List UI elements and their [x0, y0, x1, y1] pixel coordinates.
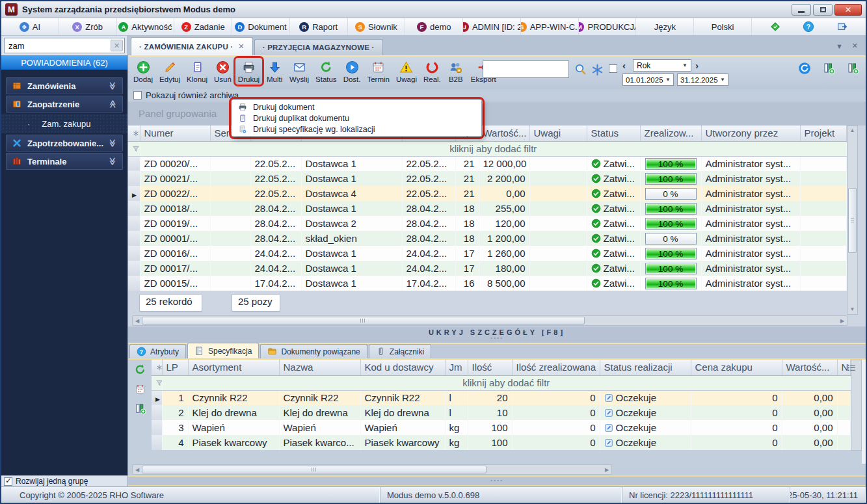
chevron-double-icon[interactable]: ≫: [109, 139, 118, 148]
calendar-icon[interactable]: [135, 384, 146, 395]
notifications-banner[interactable]: POWIADOMIENIA (62): [1, 55, 127, 70]
bottom-splitter[interactable]: ····: [128, 475, 866, 486]
toolbar-button[interactable]: Edytuj: [156, 57, 183, 85]
tabbar-close-icon[interactable]: ✕: [852, 42, 858, 50]
col-jm[interactable]: Jm: [445, 360, 468, 375]
col-asortyment[interactable]: Asortyment: [188, 360, 279, 375]
filter-row[interactable]: kliknij aby dodać filtr: [152, 375, 851, 390]
col-nazwa[interactable]: Nazwa: [279, 360, 360, 375]
window-arrow-icon[interactable]: [836, 21, 848, 33]
menubar-item[interactable]: A Aktywność: [117, 18, 175, 35]
spec-row[interactable]: 1 Czynnik R22 Czynnik R22 Czynnik R22 l …: [152, 390, 851, 405]
col-zrealizowano[interactable]: Zrealizow...: [640, 126, 701, 141]
vertical-scrollbar[interactable]: ▲ ▼: [847, 126, 858, 315]
period-next-icon[interactable]: ›: [695, 60, 699, 71]
details-splitter[interactable]: UKRYJ SZCZEGÓŁY [F8] ····: [128, 326, 866, 343]
order-row[interactable]: ZD 00001/... 28.04.2... skład_okien 28.0…: [128, 231, 847, 246]
date-to-select[interactable]: 31.12.2025▼: [677, 73, 728, 86]
period-select[interactable]: Rok▼: [633, 59, 691, 72]
col-ilosc-zreal[interactable]: Ilość zrealizowana: [512, 360, 600, 375]
toolbar-checkbox[interactable]: [609, 64, 617, 73]
order-row[interactable]: ZD 00015/... 17.04.2... Dostawca 1 17.04…: [128, 276, 847, 291]
column-list-icon[interactable]: [847, 363, 857, 373]
col-numer[interactable]: Numer: [140, 126, 210, 141]
menubar-item[interactable]: F demo: [405, 18, 463, 35]
close-button[interactable]: ✕: [834, 4, 862, 16]
col-ilosc[interactable]: Ilość: [468, 360, 512, 375]
scrollbar-thumb[interactable]: [142, 317, 585, 325]
tab-close-icon[interactable]: ✕: [238, 42, 244, 51]
edit-icon[interactable]: [604, 438, 613, 447]
show-archive-checkbox[interactable]: [133, 91, 142, 99]
toolbar-button[interactable]: Real.: [420, 57, 444, 85]
order-row[interactable]: ZD 00018/... 28.04.2... Dostawca 1 28.04…: [128, 201, 847, 216]
print-menu-item[interactable]: Drukuj specyfikację wg. lokalizacji: [232, 124, 481, 135]
menubar-item[interactable]: D Dokument: [232, 18, 290, 35]
help-icon[interactable]: [803, 21, 814, 33]
toolbar-button[interactable]: Drukuj: [235, 57, 263, 85]
menubar-item[interactable]: ❖ AI: [1, 18, 59, 35]
sidebar-nav-item[interactable]: Zaopatrzenie ≫: [6, 96, 123, 113]
horizontal-scrollbar[interactable]: ◀ ▶: [132, 464, 612, 475]
detail-tab[interactable]: Załączniki: [369, 344, 431, 358]
chevron-double-icon[interactable]: ≫: [109, 82, 118, 90]
toolbar-button[interactable]: Termin: [364, 57, 393, 85]
sidebar-nav-item[interactable]: Zapotrzebowanie... ≫: [6, 135, 123, 152]
print-menu-item[interactable]: Drukuj dokument: [232, 101, 481, 113]
select-all-header[interactable]: [152, 360, 162, 375]
refresh-icon[interactable]: [798, 62, 811, 75]
spec-row[interactable]: 4 Piasek kwarcowy Piasek kwarco... Piase…: [152, 435, 851, 450]
col-projekt[interactable]: Projekt: [800, 126, 847, 141]
sidebar-nav-item[interactable]: Zam. zakupu ≫: [1, 114, 127, 133]
col-uwagi[interactable]: Uwagi: [529, 126, 587, 141]
scrollbar-thumb[interactable]: [848, 188, 857, 253]
add-column-icon[interactable]: [846, 62, 859, 75]
toolbar-button[interactable]: Uwagi: [393, 57, 420, 85]
select-all-header[interactable]: [128, 126, 140, 141]
toolbar-button[interactable]: Klonuj: [183, 57, 211, 85]
scrollbar-thumb[interactable]: [142, 466, 487, 473]
date-from-select[interactable]: 01.01.2025▼: [622, 73, 674, 86]
sidebar-nav-item[interactable]: Zamówienia ≫: [6, 77, 123, 94]
col-utworzony[interactable]: Utworzony przez: [701, 126, 800, 141]
col-wartosc[interactable]: Wartość...: [479, 126, 529, 141]
menubar-item[interactable]: Język: [636, 18, 694, 35]
vertical-scrollbar[interactable]: [851, 360, 862, 451]
maximize-button[interactable]: [813, 4, 833, 16]
spec-row[interactable]: 2 Klej do drewna Klej do drewna Klej do …: [152, 405, 851, 420]
order-row[interactable]: ZD 00020/... 22.05.2... Dostawca 1 22.05…: [128, 156, 847, 171]
col-lp[interactable]: LP: [162, 360, 188, 375]
search-icon[interactable]: [574, 63, 587, 75]
col-status[interactable]: Status: [587, 126, 640, 141]
menubar-item[interactable]: S Słownik: [348, 18, 406, 35]
menubar-item[interactable]: Polski: [694, 18, 752, 35]
edit-icon[interactable]: [604, 423, 613, 432]
edit-icon[interactable]: [604, 408, 613, 418]
toolbar-search-input[interactable]: [483, 60, 569, 78]
col-cena[interactable]: Cena zakupu: [691, 360, 782, 375]
menubar-item[interactable]: M PRODUKCJA: [579, 18, 637, 35]
menubar-item[interactable]: X Zrób: [59, 18, 117, 35]
period-prev-icon[interactable]: ‹: [622, 60, 626, 71]
edit-icon[interactable]: [604, 393, 613, 403]
print-menu-item[interactable]: Drukuj duplikat dokumentu: [232, 113, 481, 124]
document-tab[interactable]: · ZAMÓWIENIA ZAKUPU · ✕: [131, 37, 253, 55]
toolbar-button[interactable]: Wyślij: [286, 57, 312, 85]
order-row[interactable]: ZD 00017/... 24.04.2... Dostawca 1 24.04…: [128, 261, 847, 276]
detail-tab[interactable]: Specyfikacja: [187, 343, 259, 358]
order-row[interactable]: ZD 00022/... 22.05.2... Dostawca 4 22.05…: [128, 186, 847, 201]
expand-one-group-checkbox[interactable]: [4, 477, 12, 486]
detail-tab[interactable]: Atrybuty: [129, 344, 186, 358]
toolbar-button[interactable]: Dost.: [340, 57, 364, 85]
col-wartosc[interactable]: Wartość...: [782, 360, 837, 375]
document-tab[interactable]: · PRZYJĘCIA MAGAZYNOWE · ✕: [254, 39, 383, 55]
sidebar-nav-item[interactable]: Terminale ≫: [6, 153, 123, 170]
order-row[interactable]: ZD 00021/... 22.05.2... Dostawca 1 22.05…: [128, 171, 847, 186]
minimize-button[interactable]: [792, 4, 811, 16]
green-diamond-icon[interactable]: [769, 21, 781, 33]
menubar-item[interactable]: R Raport: [290, 18, 348, 35]
chevron-double-icon[interactable]: ≫: [109, 100, 118, 109]
search-clear-icon[interactable]: ✕: [111, 40, 123, 51]
toolbar-button[interactable]: Status: [312, 57, 340, 85]
menubar-item[interactable]: S APP-WIN-C...: [521, 18, 579, 35]
